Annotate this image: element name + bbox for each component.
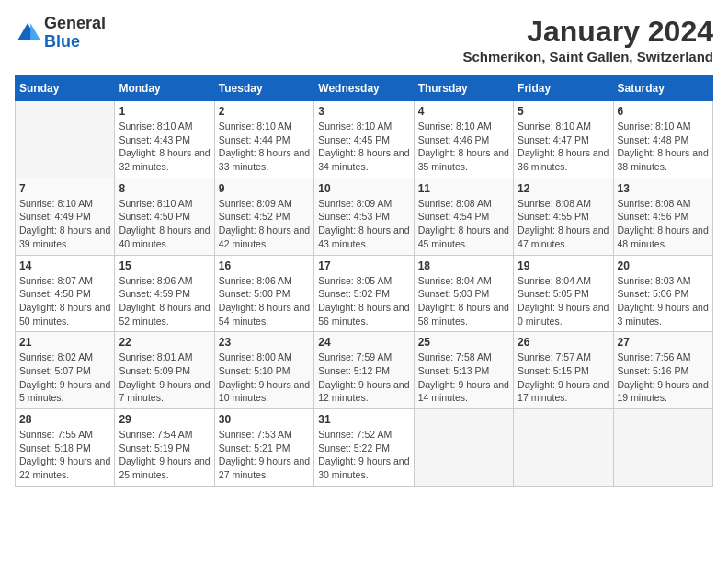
day-number: 10 xyxy=(318,182,409,195)
day-info: Sunrise: 8:10 AMSunset: 4:45 PMDaylight:… xyxy=(318,120,409,174)
day-cell: 25Sunrise: 7:58 AMSunset: 5:13 PMDayligh… xyxy=(414,332,513,409)
day-cell: 21Sunrise: 8:02 AMSunset: 5:07 PMDayligh… xyxy=(16,332,115,409)
day-cell: 1Sunrise: 8:10 AMSunset: 4:43 PMDaylight… xyxy=(115,101,214,178)
day-number: 20 xyxy=(618,259,709,272)
day-number: 13 xyxy=(618,182,709,195)
day-info: Sunrise: 7:55 AMSunset: 5:18 PMDaylight:… xyxy=(19,428,110,482)
day-cell xyxy=(414,409,513,487)
day-cell: 22Sunrise: 8:01 AMSunset: 5:09 PMDayligh… xyxy=(115,332,214,409)
day-cell: 3Sunrise: 8:10 AMSunset: 4:45 PMDaylight… xyxy=(314,101,414,178)
day-info: Sunrise: 8:04 AMSunset: 5:03 PMDaylight:… xyxy=(418,274,509,328)
day-number: 16 xyxy=(219,259,310,272)
day-number: 15 xyxy=(119,259,210,272)
week-row-5: 28Sunrise: 7:55 AMSunset: 5:18 PMDayligh… xyxy=(16,409,713,487)
day-cell xyxy=(514,409,613,487)
day-cell: 11Sunrise: 8:08 AMSunset: 4:54 PMDayligh… xyxy=(414,178,513,255)
logo-icon xyxy=(15,20,40,46)
day-number: 25 xyxy=(418,336,509,349)
day-cell: 23Sunrise: 8:00 AMSunset: 5:10 PMDayligh… xyxy=(214,332,313,409)
day-cell: 31Sunrise: 7:52 AMSunset: 5:22 PMDayligh… xyxy=(314,409,414,487)
day-cell: 27Sunrise: 7:56 AMSunset: 5:16 PMDayligh… xyxy=(613,332,712,409)
day-number: 30 xyxy=(219,413,310,426)
title-block: January 2024 Schmerikon, Saint Gallen, S… xyxy=(462,15,713,64)
page-header: General Blue January 2024 Schmerikon, Sa… xyxy=(15,15,713,64)
day-info: Sunrise: 8:04 AMSunset: 5:05 PMDaylight:… xyxy=(518,274,609,328)
week-row-1: 1Sunrise: 8:10 AMSunset: 4:43 PMDaylight… xyxy=(16,101,713,178)
logo-text: General Blue xyxy=(44,15,106,52)
day-number: 11 xyxy=(418,182,509,195)
month-title: January 2024 xyxy=(462,15,713,49)
day-cell: 9Sunrise: 8:09 AMSunset: 4:52 PMDaylight… xyxy=(214,178,313,255)
day-number: 24 xyxy=(318,336,409,349)
day-number: 19 xyxy=(518,259,609,272)
day-cell: 28Sunrise: 7:55 AMSunset: 5:18 PMDayligh… xyxy=(16,409,115,487)
day-cell: 15Sunrise: 8:06 AMSunset: 4:59 PMDayligh… xyxy=(115,255,214,332)
calendar-table: SundayMondayTuesdayWednesdayThursdayFrid… xyxy=(15,75,713,487)
day-cell xyxy=(613,409,712,487)
day-info: Sunrise: 8:07 AMSunset: 4:58 PMDaylight:… xyxy=(19,274,110,328)
day-number: 22 xyxy=(119,336,210,349)
day-number: 27 xyxy=(618,336,709,349)
day-info: Sunrise: 8:10 AMSunset: 4:48 PMDaylight:… xyxy=(618,120,709,174)
day-info: Sunrise: 7:52 AMSunset: 5:22 PMDaylight:… xyxy=(318,428,409,482)
day-cell: 12Sunrise: 8:08 AMSunset: 4:55 PMDayligh… xyxy=(514,178,613,255)
day-cell: 26Sunrise: 7:57 AMSunset: 5:15 PMDayligh… xyxy=(514,332,613,409)
day-number: 26 xyxy=(518,336,609,349)
day-cell: 14Sunrise: 8:07 AMSunset: 4:58 PMDayligh… xyxy=(16,255,115,332)
day-number: 14 xyxy=(19,259,110,272)
day-info: Sunrise: 7:59 AMSunset: 5:12 PMDaylight:… xyxy=(318,350,409,405)
day-cell: 6Sunrise: 8:10 AMSunset: 4:48 PMDaylight… xyxy=(613,101,712,178)
day-info: Sunrise: 8:10 AMSunset: 4:46 PMDaylight:… xyxy=(418,120,509,174)
day-info: Sunrise: 8:01 AMSunset: 5:09 PMDaylight:… xyxy=(119,350,210,405)
day-cell: 17Sunrise: 8:05 AMSunset: 5:02 PMDayligh… xyxy=(314,255,414,332)
day-number: 6 xyxy=(618,105,709,118)
weekday-header-sunday: Sunday xyxy=(16,76,115,101)
day-info: Sunrise: 7:56 AMSunset: 5:16 PMDaylight:… xyxy=(618,350,709,405)
week-row-4: 21Sunrise: 8:02 AMSunset: 5:07 PMDayligh… xyxy=(16,332,713,409)
day-cell: 5Sunrise: 8:10 AMSunset: 4:47 PMDaylight… xyxy=(514,101,613,178)
weekday-header-row: SundayMondayTuesdayWednesdayThursdayFrid… xyxy=(16,76,713,101)
weekday-header-friday: Friday xyxy=(514,76,613,101)
day-number: 4 xyxy=(418,105,509,118)
day-info: Sunrise: 8:10 AMSunset: 4:49 PMDaylight:… xyxy=(19,197,110,251)
day-info: Sunrise: 8:03 AMSunset: 5:06 PMDaylight:… xyxy=(618,274,709,328)
day-number: 17 xyxy=(318,259,409,272)
day-info: Sunrise: 7:54 AMSunset: 5:19 PMDaylight:… xyxy=(119,428,210,482)
day-number: 28 xyxy=(19,413,110,426)
day-cell: 18Sunrise: 8:04 AMSunset: 5:03 PMDayligh… xyxy=(414,255,513,332)
weekday-header-wednesday: Wednesday xyxy=(314,76,414,101)
weekday-header-monday: Monday xyxy=(115,76,214,101)
day-number: 31 xyxy=(318,413,409,426)
weekday-header-tuesday: Tuesday xyxy=(214,76,313,101)
day-info: Sunrise: 7:53 AMSunset: 5:21 PMDaylight:… xyxy=(219,428,310,482)
weekday-header-saturday: Saturday xyxy=(613,76,712,101)
day-cell: 2Sunrise: 8:10 AMSunset: 4:44 PMDaylight… xyxy=(214,101,313,178)
day-cell: 19Sunrise: 8:04 AMSunset: 5:05 PMDayligh… xyxy=(514,255,613,332)
day-number: 29 xyxy=(119,413,210,426)
day-number: 12 xyxy=(518,182,609,195)
day-info: Sunrise: 8:08 AMSunset: 4:54 PMDaylight:… xyxy=(418,197,509,251)
day-info: Sunrise: 8:06 AMSunset: 5:00 PMDaylight:… xyxy=(219,274,310,328)
day-info: Sunrise: 8:08 AMSunset: 4:56 PMDaylight:… xyxy=(618,197,709,251)
location-subtitle: Schmerikon, Saint Gallen, Switzerland xyxy=(462,49,713,64)
day-cell: 29Sunrise: 7:54 AMSunset: 5:19 PMDayligh… xyxy=(115,409,214,487)
day-cell: 10Sunrise: 8:09 AMSunset: 4:53 PMDayligh… xyxy=(314,178,414,255)
logo: General Blue xyxy=(15,15,106,52)
day-info: Sunrise: 8:06 AMSunset: 4:59 PMDaylight:… xyxy=(119,274,210,328)
day-cell: 20Sunrise: 8:03 AMSunset: 5:06 PMDayligh… xyxy=(613,255,712,332)
day-cell: 30Sunrise: 7:53 AMSunset: 5:21 PMDayligh… xyxy=(214,409,313,487)
day-number: 8 xyxy=(119,182,210,195)
weekday-header-thursday: Thursday xyxy=(414,76,513,101)
day-info: Sunrise: 8:00 AMSunset: 5:10 PMDaylight:… xyxy=(219,350,310,405)
day-number: 1 xyxy=(119,105,210,118)
day-info: Sunrise: 8:05 AMSunset: 5:02 PMDaylight:… xyxy=(318,274,409,328)
day-cell: 7Sunrise: 8:10 AMSunset: 4:49 PMDaylight… xyxy=(16,178,115,255)
week-row-3: 14Sunrise: 8:07 AMSunset: 4:58 PMDayligh… xyxy=(16,255,713,332)
day-info: Sunrise: 8:10 AMSunset: 4:47 PMDaylight:… xyxy=(518,120,609,174)
day-number: 2 xyxy=(219,105,310,118)
day-number: 7 xyxy=(19,182,110,195)
day-info: Sunrise: 8:09 AMSunset: 4:52 PMDaylight:… xyxy=(219,197,310,251)
day-info: Sunrise: 8:09 AMSunset: 4:53 PMDaylight:… xyxy=(318,197,409,251)
day-number: 21 xyxy=(19,336,110,349)
day-info: Sunrise: 8:10 AMSunset: 4:43 PMDaylight:… xyxy=(119,120,210,174)
